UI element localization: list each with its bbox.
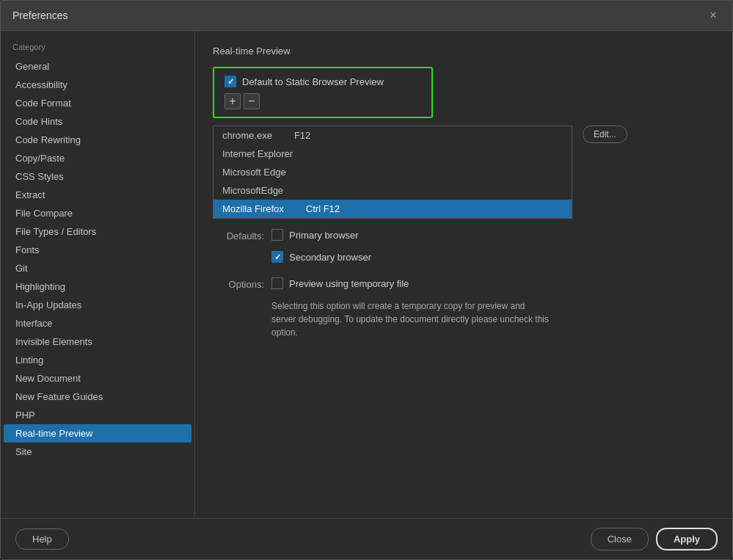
static-preview-row: Default to Static Browser Preview [225,76,421,87]
browser-row[interactable]: chrome.exeF12 [214,126,572,145]
browser-shortcut: Ctrl F12 [306,203,340,214]
sidebar-item-linting[interactable]: Linting [4,351,192,369]
sidebar-item-invisible-elements[interactable]: Invisible Elements [4,332,192,351]
sidebar-item-code-format[interactable]: Code Format [4,94,192,112]
remove-browser-button[interactable]: − [244,93,260,109]
category-label: Category [1,38,194,57]
footer: Help Close Apply [1,518,732,559]
defaults-label: Defaults: [213,229,264,241]
title-bar: Preferences × [1,1,732,31]
close-button[interactable]: Close [591,528,649,550]
sidebar-item-code-rewriting[interactable]: Code Rewriting [4,131,192,149]
sidebar-item-copy-paste[interactable]: Copy/Paste [4,149,192,167]
secondary-browser-label: Secondary browser [289,252,371,263]
sidebar-item-file-compare[interactable]: File Compare [4,204,192,222]
preview-temp-row: Preview using temporary file [271,277,409,289]
sidebar-item-fonts[interactable]: Fonts [4,241,192,259]
options-section: Options: Preview using temporary file Se… [213,277,715,339]
sidebar-item-site[interactable]: Site [4,443,192,461]
sidebar-item-css-styles[interactable]: CSS Styles [4,167,192,186]
primary-browser-row: Primary browser [271,229,371,241]
dialog-title: Preferences [12,10,68,21]
static-preview-box: Default to Static Browser Preview + − [213,67,433,118]
preferences-dialog: Preferences × Category GeneralAccessibil… [0,0,733,560]
section-title: Real-time Preview [213,46,715,57]
browser-row[interactable]: Internet Explorer [214,145,572,163]
sidebar-item-code-hints[interactable]: Code Hints [4,112,192,131]
primary-browser-checkbox[interactable] [271,229,283,241]
browser-name: chrome.exe [222,130,272,141]
add-browser-button[interactable]: + [225,93,241,109]
static-preview-checkbox[interactable] [225,76,236,87]
browser-row[interactable]: MicrosoftEdge [214,181,572,200]
apply-button[interactable]: Apply [656,528,718,550]
browser-name: Mozilla Firefox [222,203,284,214]
options-row: Options: Preview using temporary file [213,277,715,295]
preview-temp-label: Preview using temporary file [289,278,409,289]
sidebar-item-new-document[interactable]: New Document [4,369,192,388]
sidebar-item-file-types---editors[interactable]: File Types / Editors [4,222,192,241]
secondary-browser-checkbox[interactable] [271,251,283,263]
edit-button[interactable]: Edit... [583,126,627,143]
sidebar-item-new-feature-guides[interactable]: New Feature Guides [4,388,192,406]
help-button[interactable]: Help [15,528,69,550]
plus-minus-row: + − [225,93,421,109]
browser-name: MicrosoftEdge [222,185,283,196]
close-icon[interactable]: × [706,8,721,23]
browser-list: chrome.exeF12Internet ExplorerMicrosoft … [213,126,572,219]
browser-shortcut: F12 [294,130,310,141]
sidebar-item-git[interactable]: Git [4,259,192,277]
browser-row[interactable]: Mozilla FirefoxCtrl F12 [214,200,572,218]
sidebar-item-in-app-updates[interactable]: In-App Updates [4,296,192,314]
sidebar-item-php[interactable]: PHP [4,406,192,424]
sidebar-item-accessibility[interactable]: Accessibility [4,76,192,94]
defaults-row: Defaults: Primary browser Secondary brow… [213,229,715,269]
sidebar-item-real-time-preview[interactable]: Real-time Preview [4,424,192,443]
secondary-browser-row: Secondary browser [271,251,371,263]
description-text: Selecting this option will create a temp… [271,299,550,339]
static-preview-label: Default to Static Browser Preview [242,76,384,87]
defaults-checkboxes: Primary browser Secondary browser [271,229,371,269]
footer-right: Close Apply [591,528,718,550]
sidebar: Category GeneralAccessibilityCode Format… [1,31,195,518]
content-area: Real-time Preview Default to Static Brow… [195,31,732,518]
primary-browser-label: Primary browser [289,230,359,241]
main-area: Category GeneralAccessibilityCode Format… [1,31,732,518]
options-label: Options: [213,277,264,290]
browser-list-section: chrome.exeF12Internet ExplorerMicrosoft … [213,126,715,229]
sidebar-item-general[interactable]: General [4,57,192,76]
sidebar-item-highlighting[interactable]: Highlighting [4,277,192,296]
preview-temp-checkbox[interactable] [271,277,283,289]
sidebar-item-extract[interactable]: Extract [4,186,192,204]
sidebar-item-interface[interactable]: Interface [4,314,192,332]
browser-name: Internet Explorer [222,148,293,159]
browser-name: Microsoft Edge [222,167,286,178]
browser-row[interactable]: Microsoft Edge [214,163,572,181]
defaults-section: Defaults: Primary browser Secondary brow… [213,229,715,269]
